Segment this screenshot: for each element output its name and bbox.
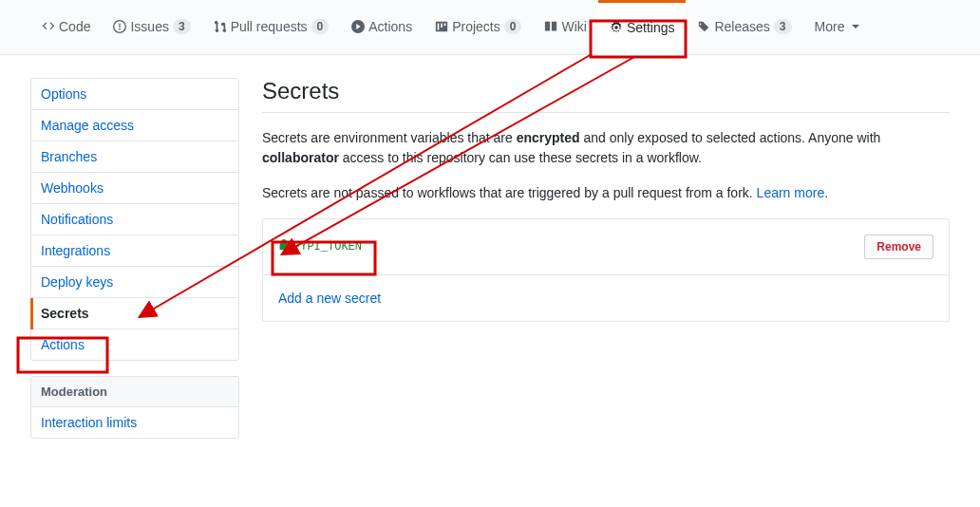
moderation-heading: Moderation xyxy=(31,377,238,407)
moderation-menu: Moderation Interaction limits xyxy=(30,376,239,439)
sidebar-item-label: Integrations xyxy=(41,243,110,258)
secrets-intro-2: Secrets are not passed to workflows that… xyxy=(262,183,950,203)
projects-count: 0 xyxy=(504,19,522,34)
tab-label: Code xyxy=(59,19,90,34)
tab-releases[interactable]: Releases 3 xyxy=(686,0,802,55)
sidebar-item-label: Secrets xyxy=(41,306,89,321)
sidebar-item-integrations[interactable]: Integrations xyxy=(31,235,238,267)
tab-label: Projects xyxy=(452,19,500,34)
tab-label: Pull requests xyxy=(231,19,308,34)
play-icon xyxy=(351,20,365,33)
tab-label: Issues xyxy=(130,19,168,34)
sidebar-item-branches[interactable]: Branches xyxy=(31,141,238,173)
tab-settings[interactable]: Settings xyxy=(598,0,687,55)
sidebar-item-label: Actions xyxy=(41,337,85,352)
pull-request-icon xyxy=(214,20,227,33)
remove-secret-button[interactable]: Remove xyxy=(864,235,933,259)
project-icon xyxy=(435,20,448,33)
tab-label: Actions xyxy=(368,19,412,34)
add-secret-row: Add a new secret xyxy=(263,275,949,321)
pulls-count: 0 xyxy=(311,19,330,34)
sidebar-item-label: Options xyxy=(41,86,86,102)
learn-more-link[interactable]: Learn more xyxy=(757,185,825,200)
code-icon xyxy=(42,20,55,33)
page-title: Secrets xyxy=(262,78,950,113)
sidebar-item-label: Notifications xyxy=(41,212,113,227)
settings-sidebar: Options Manage access Branches Webhooks … xyxy=(30,78,239,454)
issue-icon xyxy=(113,20,126,33)
sidebar-item-deploy-keys[interactable]: Deploy keys xyxy=(31,267,238,298)
gear-icon xyxy=(610,21,623,34)
secrets-list: PYPI_TOKEN Remove Add a new secret xyxy=(262,218,950,322)
tab-actions[interactable]: Actions xyxy=(340,0,424,55)
settings-page: Options Manage access Branches Webhooks … xyxy=(0,55,980,477)
sidebar-item-notifications[interactable]: Notifications xyxy=(31,204,238,235)
secrets-intro-1: Secrets are environment variables that a… xyxy=(262,128,950,168)
secret-row: PYPI_TOKEN Remove xyxy=(263,219,949,275)
tab-pull-requests[interactable]: Pull requests 0 xyxy=(202,0,341,55)
tab-projects[interactable]: Projects 0 xyxy=(424,0,533,55)
sidebar-item-label: Interaction limits xyxy=(41,415,137,430)
sidebar-item-secrets[interactable]: Secrets xyxy=(31,298,238,329)
tab-code[interactable]: Code xyxy=(30,0,102,55)
secrets-panel: Secrets Secrets are environment variable… xyxy=(262,78,950,454)
sidebar-item-manage-access[interactable]: Manage access xyxy=(31,110,238,141)
tag-icon xyxy=(697,20,710,33)
secret-name: PYPI_TOKEN xyxy=(278,238,362,255)
repo-tabs: Code Issues 3 Pull requests 0 Actions Pr… xyxy=(0,0,980,55)
tab-label: Settings xyxy=(627,20,675,35)
tab-issues[interactable]: Issues 3 xyxy=(102,0,201,55)
sidebar-item-actions[interactable]: Actions xyxy=(31,329,238,360)
sidebar-item-label: Webhooks xyxy=(41,180,104,196)
settings-menu: Options Manage access Branches Webhooks … xyxy=(30,78,239,361)
tab-label: Wiki xyxy=(561,19,586,34)
sidebar-item-label: Deploy keys xyxy=(41,274,113,290)
sidebar-item-label: Manage access xyxy=(41,118,134,133)
add-new-secret-link[interactable]: Add a new secret xyxy=(278,291,381,306)
tab-wiki[interactable]: Wiki xyxy=(533,0,597,55)
tab-more[interactable]: More xyxy=(803,0,872,55)
sidebar-item-label: Branches xyxy=(41,149,97,164)
book-icon xyxy=(544,20,557,33)
sidebar-item-interaction-limits[interactable]: Interaction limits xyxy=(31,407,238,438)
caret-down-icon xyxy=(852,25,859,28)
lock-icon xyxy=(278,238,290,255)
sidebar-item-options[interactable]: Options xyxy=(31,79,238,110)
tab-label: More xyxy=(815,19,845,34)
issues-count: 3 xyxy=(173,19,191,34)
releases-count: 3 xyxy=(774,19,792,34)
tab-label: Releases xyxy=(714,19,769,34)
sidebar-item-webhooks[interactable]: Webhooks xyxy=(31,173,238,204)
